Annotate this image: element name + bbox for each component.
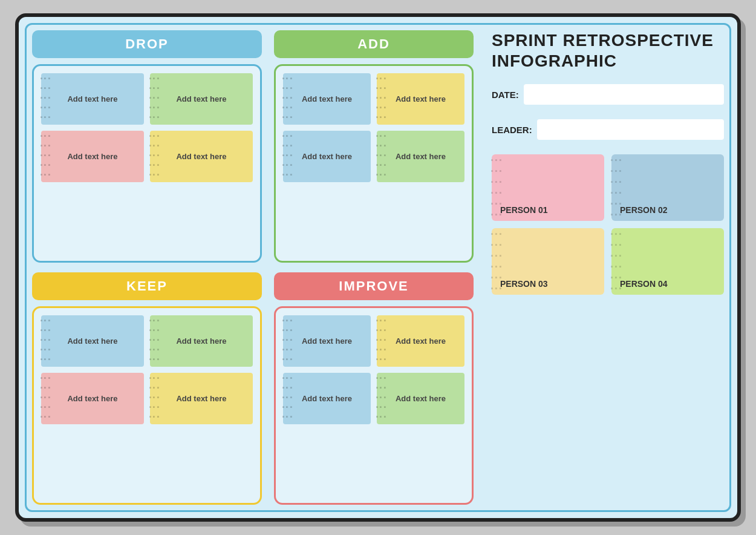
keep-note-3-text: Add text here [67,394,117,403]
add-label: ADD [357,36,390,51]
person-card-3[interactable]: PERSON 03 [492,228,604,295]
date-input[interactable] [524,84,724,105]
drop-note-1[interactable]: Add text here [41,73,144,125]
keep-note-1-text: Add text here [67,336,117,346]
improve-note-1-text: Add text here [302,336,352,346]
date-field-row: DATE: [492,84,724,105]
person-2-label: PERSON 02 [620,205,668,215]
drop-section: DROP Add text here Add text here Add tex… [32,30,262,263]
drop-label: DROP [125,36,169,51]
leader-input[interactable] [537,119,724,140]
improve-note-1[interactable]: Add text here [283,315,371,367]
keep-label: KEEP [126,278,168,294]
add-header: ADD [274,30,474,58]
main-frame: DROP Add text here Add text here Add tex… [15,13,741,522]
add-note-3[interactable]: Add text here [283,131,371,182]
keep-note-2[interactable]: Add text here [150,315,253,367]
add-note-2[interactable]: Add text here [377,73,464,125]
add-note-4[interactable]: Add text here [377,131,464,182]
keep-note-1[interactable]: Add text here [41,315,144,367]
drop-notes-grid: Add text here Add text here Add text her… [41,73,253,182]
keep-note-4-text: Add text here [176,394,226,403]
drop-note-2-text: Add text here [176,94,226,103]
drop-note-2[interactable]: Add text here [150,73,253,125]
drop-note-4[interactable]: Add text here [150,131,253,182]
improve-note-3[interactable]: Add text here [283,373,371,424]
drop-note-1-text: Add text here [67,94,117,103]
drop-note-3[interactable]: Add text here [41,131,144,182]
date-label: DATE: [492,90,519,100]
add-section: ADD Add text here Add text here Add text… [274,30,474,263]
keep-note-4[interactable]: Add text here [150,373,253,424]
improve-note-4-text: Add text here [396,394,446,403]
improve-box: Add text here Add text here Add text her… [274,306,474,505]
improve-header: IMPROVE [274,272,474,300]
right-panel: SPRINT RETROSPECTIVE INFOGRAPHIC DATE: L… [486,30,724,505]
keep-section: KEEP Add text here Add text here Add tex… [32,272,262,505]
improve-note-3-text: Add text here [302,394,352,403]
drop-header: DROP [32,30,262,58]
add-note-2-text: Add text here [396,94,446,103]
center-panels: ADD Add text here Add text here Add text… [274,30,474,505]
keep-header: KEEP [32,272,262,300]
improve-notes-grid: Add text here Add text here Add text her… [283,315,464,424]
add-notes-grid: Add text here Add text here Add text her… [283,73,464,182]
keep-notes-grid: Add text here Add text here Add text her… [41,315,253,424]
person-1-label: PERSON 01 [500,205,548,215]
improve-note-4[interactable]: Add text here [377,373,464,424]
title-line2: INFOGRAPHIC [492,51,617,70]
keep-note-2-text: Add text here [176,336,226,346]
add-note-3-text: Add text here [302,152,352,161]
keep-box: Add text here Add text here Add text her… [32,306,262,505]
person-card-2[interactable]: PERSON 02 [611,154,724,221]
drop-note-3-text: Add text here [67,152,117,161]
improve-note-2-text: Add text here [396,336,446,346]
add-note-1-text: Add text here [302,94,352,103]
improve-note-2[interactable]: Add text here [377,315,464,367]
drop-box: Add text here Add text here Add text her… [32,64,262,263]
title-block: SPRINT RETROSPECTIVE INFOGRAPHIC [492,30,724,71]
person-card-1[interactable]: PERSON 01 [492,154,604,221]
title-line1: SPRINT RETROSPECTIVE [492,31,714,50]
drop-note-4-text: Add text here [176,152,226,161]
inner-content: DROP Add text here Add text here Add tex… [32,30,724,505]
add-note-4-text: Add text here [396,152,446,161]
add-box: Add text here Add text here Add text her… [274,64,474,263]
person-3-label: PERSON 03 [500,279,548,289]
person-4-label: PERSON 04 [620,279,668,289]
improve-label: IMPROVE [339,278,408,294]
add-note-1[interactable]: Add text here [283,73,371,125]
left-panels: DROP Add text here Add text here Add tex… [32,30,262,505]
leader-label: LEADER: [492,125,532,135]
person-card-4[interactable]: PERSON 04 [611,228,724,295]
persons-grid: PERSON 01 PERSON 02 PERSON 03 PERSON 04 [492,154,724,295]
leader-field-row: LEADER: [492,119,724,140]
keep-note-3[interactable]: Add text here [41,373,144,424]
retro-title: SPRINT RETROSPECTIVE INFOGRAPHIC [492,30,724,71]
improve-section: IMPROVE Add text here Add text here Add … [274,272,474,505]
